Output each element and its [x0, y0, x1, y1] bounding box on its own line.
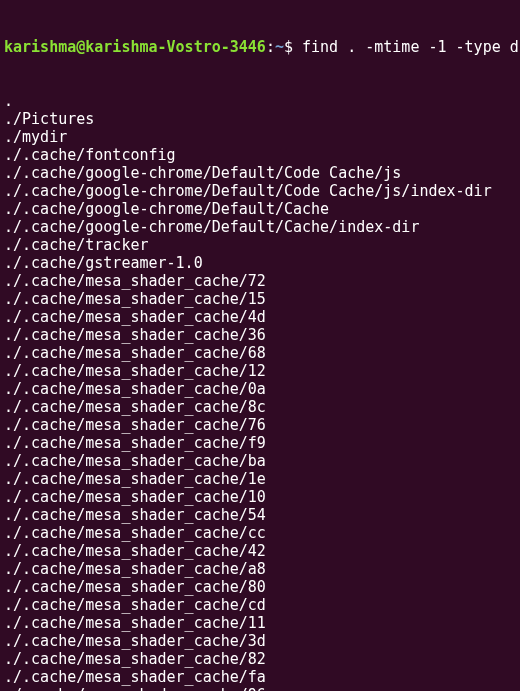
output-line: ./.cache/mesa_shader_cache/4d: [4, 308, 516, 326]
output-line: ./.cache/mesa_shader_cache/0a: [4, 380, 516, 398]
output-line: ./.cache/fontconfig: [4, 146, 516, 164]
output-line: ./.cache/mesa_shader_cache/fa: [4, 668, 516, 686]
output-line: ./.cache/mesa_shader_cache/82: [4, 650, 516, 668]
output-line: ./.cache/mesa_shader_cache/f9: [4, 434, 516, 452]
command-text: find . -mtime -1 -type d: [302, 38, 519, 56]
output-line: ./.cache/google-chrome/Default/Cache/ind…: [4, 218, 516, 236]
output-line: ./.cache/mesa_shader_cache/11: [4, 614, 516, 632]
prompt-user-host: karishma@karishma-Vostro-3446: [4, 38, 266, 56]
terminal-window[interactable]: karishma@karishma-Vostro-3446:~$ find . …: [0, 0, 520, 691]
output-line: ./.cache/mesa_shader_cache/12: [4, 362, 516, 380]
output-line: ./.cache/mesa_shader_cache/42: [4, 542, 516, 560]
output-line: ./.cache/google-chrome/Default/Cache: [4, 200, 516, 218]
output-line: ./Pictures: [4, 110, 516, 128]
output-line: ./.cache/mesa_shader_cache/72: [4, 272, 516, 290]
output-line: ./.cache/mesa_shader_cache/1e: [4, 470, 516, 488]
output-line: ./.cache/mesa_shader_cache/15: [4, 290, 516, 308]
output-line: ./.cache/mesa_shader_cache/10: [4, 488, 516, 506]
output-line: ./mydir: [4, 128, 516, 146]
output-line: ./.cache/mesa_shader_cache/cc: [4, 524, 516, 542]
output-line: ./.cache/mesa_shader_cache/3d: [4, 632, 516, 650]
output-line: ./.cache/tracker: [4, 236, 516, 254]
output-line: ./.cache/mesa_shader_cache/36: [4, 326, 516, 344]
output-line: ./.cache/google-chrome/Default/Code Cach…: [4, 164, 516, 182]
command-output: ../Pictures./mydir./.cache/fontconfig./.…: [4, 92, 516, 691]
output-line: ./.cache/mesa_shader_cache/76: [4, 416, 516, 434]
prompt-dollar: $: [284, 38, 302, 56]
prompt-colon: :: [266, 38, 275, 56]
output-line: ./.cache/mesa_shader_cache/a8: [4, 560, 516, 578]
prompt-line: karishma@karishma-Vostro-3446:~$ find . …: [4, 38, 516, 56]
output-line: ./.cache/mesa_shader_cache/80: [4, 578, 516, 596]
output-line: ./.cache/mesa_shader_cache/8c: [4, 398, 516, 416]
prompt-path: ~: [275, 38, 284, 56]
output-line: ./.cache/mesa_shader_cache/54: [4, 506, 516, 524]
output-line: ./.cache/mesa_shader_cache/68: [4, 344, 516, 362]
output-line: ./.cache/mesa_shader_cache/ba: [4, 452, 516, 470]
output-line: ./.cache/gstreamer-1.0: [4, 254, 516, 272]
output-line: ./.cache/google-chrome/Default/Code Cach…: [4, 182, 516, 200]
output-line: ./.cache/mesa_shader_cache/96: [4, 686, 516, 691]
output-line: ./.cache/mesa_shader_cache/cd: [4, 596, 516, 614]
output-line: .: [4, 92, 516, 110]
